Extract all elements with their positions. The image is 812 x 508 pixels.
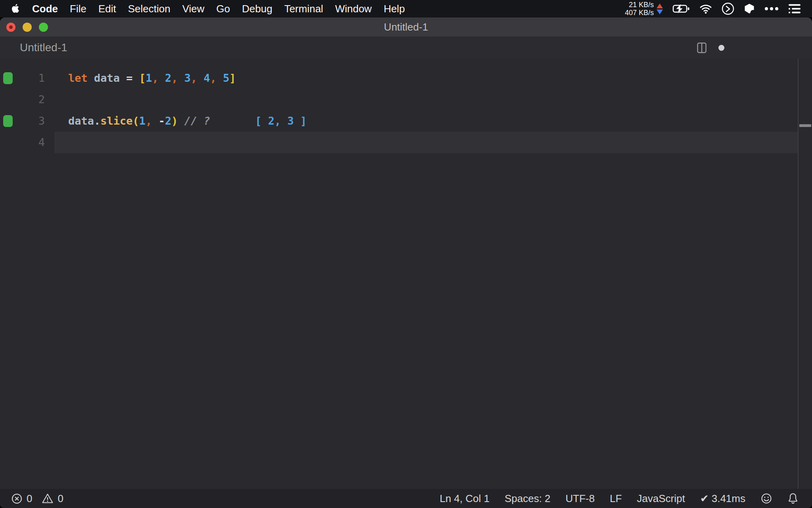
cube-icon[interactable]	[744, 3, 755, 14]
code-text	[54, 89, 799, 110]
menu-items: CodeFileEditSelectionViewGoDebugTerminal…	[26, 0, 411, 17]
battery-charging-icon[interactable]	[672, 4, 690, 13]
status-item-spaces-2[interactable]: Spaces: 2	[505, 493, 551, 505]
warning-triangle-icon[interactable]	[42, 493, 54, 504]
apple-logo-icon[interactable]	[11, 4, 20, 14]
network-upload-speed: 21 KB/s	[629, 1, 654, 9]
code-text: let data = [1, 2, 3, 4, 5]	[54, 67, 799, 89]
gutter[interactable]: 1	[0, 67, 54, 89]
warning-count[interactable]: 0	[57, 493, 63, 505]
line-number: 2	[0, 89, 45, 110]
macos-menu-bar: CodeFileEditSelectionViewGoDebugTerminal…	[0, 0, 812, 17]
network-speed-indicator[interactable]: 21 KB/s 407 KB/s	[625, 1, 663, 17]
code-editor[interactable]: 1let data = [1, 2, 3, 4, 5]23data.slice(…	[0, 59, 812, 506]
unsaved-changes-dot[interactable]	[718, 45, 724, 51]
status-item-lf[interactable]: LF	[610, 493, 622, 505]
overview-ruler-cursor-mark	[799, 124, 811, 127]
gutter[interactable]: 4	[0, 132, 54, 153]
status-item-ln-4-col-1[interactable]: Ln 4, Col 1	[440, 493, 490, 505]
terminal-circle-icon[interactable]	[722, 2, 734, 15]
tab-untitled-1[interactable]: Untitled-1	[20, 37, 67, 59]
menu-window[interactable]: Window	[329, 0, 377, 17]
ellipsis-icon[interactable]	[764, 7, 779, 11]
quokka-coverage-marker-icon	[3, 115, 13, 127]
status-item-javascript[interactable]: JavaScript	[637, 493, 685, 505]
menu-file[interactable]: File	[64, 0, 92, 17]
window-title: Untitled-1	[0, 17, 812, 37]
quokka-coverage-marker-icon	[3, 72, 13, 84]
list-menu-icon[interactable]	[788, 4, 801, 14]
status-bar: 0 0 Ln 4, Col 1Spaces: 2UTF-8LFJavaScrip…	[0, 489, 812, 508]
split-editor-icon[interactable]	[697, 42, 707, 53]
editor-header: Untitled-1	[0, 37, 812, 59]
overview-ruler-border	[798, 59, 799, 506]
window-title-bar[interactable]: Untitled-1	[0, 17, 812, 37]
code-line-4[interactable]: 4	[0, 132, 812, 153]
statusbar-right-items: Ln 4, Col 1Spaces: 2UTF-8LFJavaScript✔ 3…	[440, 493, 812, 505]
line-number: 4	[0, 132, 45, 153]
menu-go[interactable]: Go	[211, 0, 236, 17]
smiley-feedback-icon[interactable]	[760, 493, 772, 504]
code-line-2[interactable]: 2	[0, 89, 812, 110]
gutter[interactable]: 3	[0, 110, 54, 132]
vscode-window: Untitled-1 Untitled-1 1let data = [1, 2,…	[0, 17, 812, 508]
menu-help[interactable]: Help	[378, 0, 411, 17]
menu-selection[interactable]: Selection	[122, 0, 176, 17]
network-download-speed: 407 KB/s	[625, 9, 654, 17]
menu-edit[interactable]: Edit	[92, 0, 122, 17]
code-area: 1let data = [1, 2, 3, 4, 5]23data.slice(…	[0, 67, 812, 153]
status-item-utf-8[interactable]: UTF-8	[565, 493, 595, 505]
gutter[interactable]: 2	[0, 89, 54, 110]
status-item-3-41ms[interactable]: ✔ 3.41ms	[700, 493, 745, 505]
menu-view[interactable]: View	[176, 0, 211, 17]
upload-arrow-icon	[657, 4, 663, 8]
menu-code[interactable]: Code	[26, 0, 64, 17]
menu-debug[interactable]: Debug	[236, 0, 278, 17]
error-circle-icon[interactable]	[11, 493, 23, 504]
wifi-icon[interactable]	[699, 4, 712, 14]
bell-notifications-icon[interactable]	[787, 493, 799, 504]
error-count[interactable]: 0	[27, 493, 32, 505]
code-text: data.slice(1, -2) // ? [ 2, 3 ]	[54, 110, 799, 132]
download-arrow-icon	[657, 10, 663, 14]
code-text	[54, 132, 799, 153]
code-line-3[interactable]: 3data.slice(1, -2) // ? [ 2, 3 ]	[0, 110, 812, 132]
menu-terminal[interactable]: Terminal	[278, 0, 329, 17]
code-line-1[interactable]: 1let data = [1, 2, 3, 4, 5]	[0, 67, 812, 89]
